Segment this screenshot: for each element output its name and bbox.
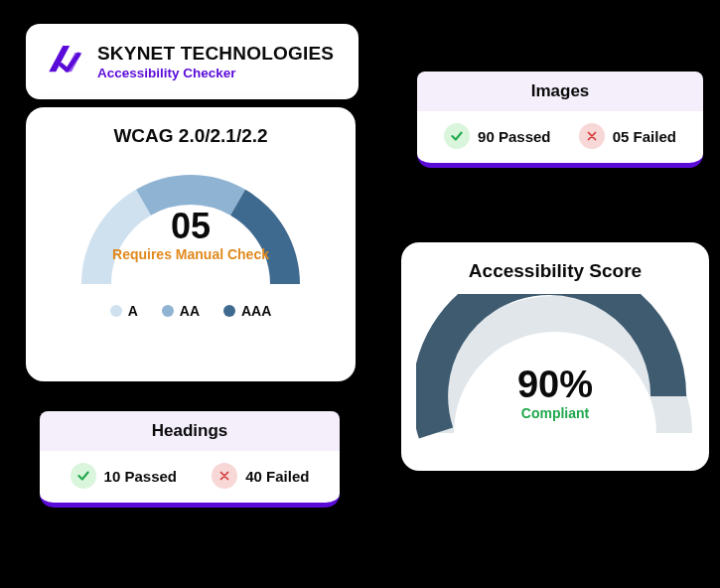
x-icon xyxy=(579,123,605,149)
images-title: Images xyxy=(417,72,703,111)
headings-card: Headings 10 Passed 40 Failed xyxy=(40,411,340,508)
brand-subtitle: Accessibility Checker xyxy=(97,66,334,80)
legend-aa: AA xyxy=(162,303,200,319)
headings-failed-label: 40 Failed xyxy=(245,468,309,485)
legend-a-label: A xyxy=(128,303,138,319)
score-title: Accessibility Score xyxy=(413,260,697,282)
x-icon xyxy=(212,463,237,489)
legend-aaa-label: AAA xyxy=(241,303,271,319)
score-subtitle: Compliant xyxy=(416,405,694,421)
score-value: 90% xyxy=(416,366,694,403)
wcag-gauge: 05 Requires Manual Check xyxy=(62,155,320,289)
legend-a: A xyxy=(110,303,138,319)
wcag-card: WCAG 2.0/2.1/2.2 05 Requires Manual Chec… xyxy=(26,107,356,381)
images-passed: 90 Passed xyxy=(444,123,550,149)
images-card: Images 90 Passed 05 Failed xyxy=(417,72,703,168)
legend-aaa: AAA xyxy=(223,303,271,319)
wcag-subtitle: Requires Manual Check xyxy=(62,246,320,262)
brand-title: SKYNET TECHNOLOGIES xyxy=(97,43,334,65)
brand-card: SKYNET TECHNOLOGIES Accessibility Checke… xyxy=(26,24,359,99)
legend-aa-label: AA xyxy=(180,303,200,319)
headings-passed: 10 Passed xyxy=(71,463,177,489)
images-failed: 05 Failed xyxy=(579,123,676,149)
images-passed-label: 90 Passed xyxy=(478,128,550,145)
wcag-title: WCAG 2.0/2.1/2.2 xyxy=(44,125,338,147)
wcag-legend: A AA AAA xyxy=(44,303,338,319)
wcag-value: 05 xyxy=(62,209,320,244)
dot-icon xyxy=(162,305,174,317)
headings-title: Headings xyxy=(40,411,340,451)
score-card: Accessibility Score 90% Compliant xyxy=(401,242,709,471)
dot-icon xyxy=(223,305,235,317)
images-failed-label: 05 Failed xyxy=(613,128,676,145)
brand-logo-icon xyxy=(44,39,85,84)
dot-icon xyxy=(110,305,122,317)
check-icon xyxy=(71,463,96,489)
score-gauge: 90% Compliant xyxy=(416,294,694,439)
headings-failed: 40 Failed xyxy=(212,463,309,489)
headings-passed-label: 10 Passed xyxy=(104,468,177,485)
check-icon xyxy=(444,123,470,149)
